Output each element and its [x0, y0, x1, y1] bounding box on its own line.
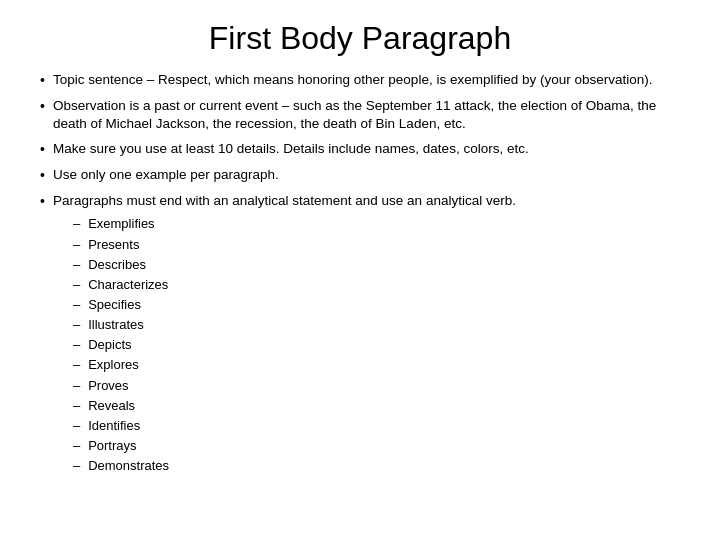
- sub-list-item-text: Depicts: [88, 335, 131, 355]
- sub-list-item-text: Describes: [88, 255, 146, 275]
- sub-list-item-text: Reveals: [88, 396, 135, 416]
- sub-list-item-text: Illustrates: [88, 315, 144, 335]
- sub-verb-list: ExemplifiesPresentsDescribesCharacterize…: [73, 214, 680, 476]
- sub-list-item-text: Explores: [88, 355, 139, 375]
- bullet-item-4: Use only one example per paragraph.: [40, 166, 680, 186]
- bullet-item-2: Observation is a past or current event –…: [40, 97, 680, 135]
- bullet-text-5: Paragraphs must end with an analytical s…: [53, 192, 680, 477]
- bullet-item-3: Make sure you use at least 10 details. D…: [40, 140, 680, 160]
- sub-list-item-text: Proves: [88, 376, 128, 396]
- bullet-item-5: Paragraphs must end with an analytical s…: [40, 192, 680, 477]
- sub-list-item-text: Identifies: [88, 416, 140, 436]
- sub-list-item: Proves: [73, 376, 680, 396]
- sub-list-item: Specifies: [73, 295, 680, 315]
- bullet-text-2: Observation is a past or current event –…: [53, 97, 680, 135]
- sub-list-item-text: Specifies: [88, 295, 141, 315]
- sub-list-item-text: Portrays: [88, 436, 136, 456]
- sub-list-item: Exemplifies: [73, 214, 680, 234]
- sub-list-item-text: Presents: [88, 235, 139, 255]
- slide-title: First Body Paragraph: [40, 20, 680, 57]
- sub-list-item-text: Exemplifies: [88, 214, 154, 234]
- bullet-item-1: Topic sentence – Respect, which means ho…: [40, 71, 680, 91]
- sub-list-item: Presents: [73, 235, 680, 255]
- main-bullet-list: Topic sentence – Respect, which means ho…: [40, 71, 680, 482]
- sub-list-item: Explores: [73, 355, 680, 375]
- bullet-text-1: Topic sentence – Respect, which means ho…: [53, 71, 680, 90]
- sub-list-item: Characterizes: [73, 275, 680, 295]
- sub-list-item-text: Characterizes: [88, 275, 168, 295]
- sub-list-item: Portrays: [73, 436, 680, 456]
- sub-list-item: Depicts: [73, 335, 680, 355]
- sub-list-item: Identifies: [73, 416, 680, 436]
- sub-list-item: Describes: [73, 255, 680, 275]
- bullet-text-4: Use only one example per paragraph.: [53, 166, 680, 185]
- bullet-text-3: Make sure you use at least 10 details. D…: [53, 140, 680, 159]
- sub-list-item: Demonstrates: [73, 456, 680, 476]
- sub-list-item-text: Demonstrates: [88, 456, 169, 476]
- slide-container: First Body Paragraph Topic sentence – Re…: [0, 0, 720, 540]
- sub-list-item: Illustrates: [73, 315, 680, 335]
- sub-list-item: Reveals: [73, 396, 680, 416]
